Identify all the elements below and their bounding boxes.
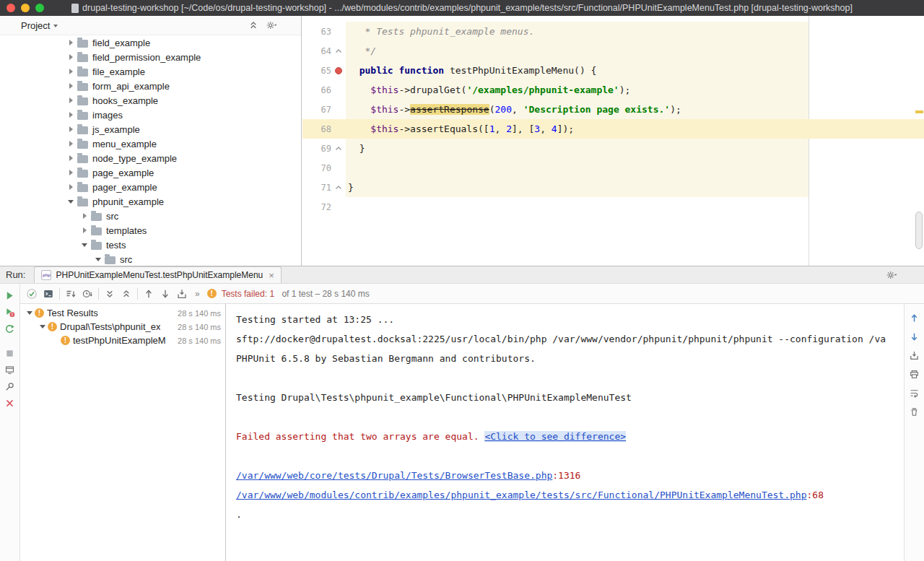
line-number: 68 [302, 124, 331, 134]
tree-item-field_example[interactable]: field_example [0, 35, 301, 50]
chevron-right-icon[interactable] [80, 212, 89, 220]
zoom-window-button[interactable] [35, 4, 44, 12]
console-output[interactable]: Testing started at 13:25 ...sftp://docke… [226, 304, 904, 561]
pin-tab-button[interactable] [1, 378, 19, 395]
test-node-label: testPhpUnitExampleM [73, 335, 166, 346]
print-button[interactable] [906, 365, 923, 383]
tree-item-templates[interactable]: templates [0, 223, 301, 238]
soft-wrap-button[interactable] [906, 383, 923, 402]
chevron-right-icon[interactable] [66, 53, 75, 61]
project-panel-title[interactable]: Project [21, 20, 50, 31]
close-tab-icon[interactable]: × [269, 271, 274, 280]
toggle-auto-test-button[interactable] [1, 321, 19, 337]
up-stack-trace-button[interactable] [906, 308, 923, 327]
export-test-results-button[interactable] [906, 346, 923, 365]
tree-item-form_api_example[interactable]: form_api_example [0, 79, 301, 93]
rerun-button[interactable] [1, 287, 19, 304]
console-link[interactable]: /var/www/web/modules/contrib/examples/ph… [236, 490, 807, 500]
editor-line-72[interactable]: 72 [302, 197, 924, 217]
show-console-inline-button[interactable] [43, 288, 54, 300]
close-button[interactable] [1, 395, 19, 412]
test-tree-row[interactable]: Test Results28 s 140 ms [21, 306, 225, 320]
line-number: 69 [302, 144, 331, 154]
collapse-all-button[interactable] [248, 19, 259, 31]
console-link[interactable]: <Click to see difference> [484, 431, 626, 442]
show-passed-button[interactable] [26, 288, 38, 300]
test-failed-gutter-icon[interactable] [335, 67, 342, 74]
chevron-right-icon[interactable] [66, 96, 75, 105]
minimize-window-button[interactable] [21, 4, 30, 12]
editor-line-71[interactable]: 71} [302, 178, 924, 197]
gutter-strip [331, 144, 345, 153]
code-editor[interactable]: 63 * Tests phpunit_example menus.64 */65… [302, 16, 924, 266]
settings-gear-button[interactable] [886, 269, 897, 281]
tree-item-pager_example[interactable]: pager_example [0, 180, 301, 194]
test-tree-row[interactable]: Drupal\Tests\phpunit_ex28 s 140 ms [21, 320, 225, 334]
hide-panel-button[interactable] [284, 19, 295, 31]
test-tree-row[interactable]: testPhpUnitExampleM28 s 140 ms [21, 334, 225, 347]
chevron-right-icon[interactable] [66, 125, 75, 134]
chevron-right-icon[interactable] [80, 226, 89, 235]
fold-marker-icon[interactable] [334, 144, 343, 153]
run-tab[interactable]: php PHPUnitExampleMenuTest.testPhpUnitEx… [34, 266, 281, 283]
chevron-down-icon[interactable] [66, 197, 75, 206]
collapse-all-button[interactable] [121, 288, 132, 300]
clear-all-button[interactable] [906, 402, 923, 421]
chevron-right-icon[interactable] [66, 139, 75, 148]
sort-by-duration-button[interactable] [82, 288, 93, 300]
console-text: sftp://docker@drupaltest.docksal:2225/us… [236, 334, 886, 344]
expand-all-button[interactable] [104, 288, 116, 300]
editor-line-69[interactable]: 69 } [302, 139, 924, 158]
chevron-down-icon[interactable] [94, 255, 103, 264]
stop-button[interactable] [1, 345, 19, 362]
tree-item-menu_example[interactable]: menu_example [0, 136, 301, 151]
tree-item-js_example[interactable]: js_example [0, 122, 301, 136]
overflow-chevron[interactable]: » [195, 289, 200, 299]
restore-layout-button[interactable] [1, 362, 19, 378]
editor-line-70[interactable]: 70 [302, 158, 924, 178]
hide-panel-button[interactable] [904, 269, 915, 281]
tree-item-hooks_example[interactable]: hooks_example [0, 93, 301, 108]
editor-scrollbar[interactable] [915, 212, 923, 249]
tree-item-tests[interactable]: tests [0, 238, 301, 252]
chevron-right-icon[interactable] [66, 38, 75, 47]
tree-item-phpunit_example[interactable]: phpunit_example [0, 194, 301, 209]
run-tab-label: PHPUnitExampleMenuTest.testPhpUnitExampl… [56, 270, 263, 280]
editor-line-64[interactable]: 64 */ [302, 41, 924, 61]
chevron-down-icon[interactable] [53, 25, 58, 27]
sort-alphabetically-button[interactable] [65, 288, 77, 300]
previous-failed-test-button[interactable] [143, 288, 154, 300]
next-failed-test-button[interactable] [160, 288, 171, 300]
chevron-down-icon[interactable] [38, 325, 48, 329]
rerun-failed-tests-button[interactable] [1, 304, 19, 321]
chevron-right-icon[interactable] [66, 82, 75, 90]
tree-item-images[interactable]: images [0, 108, 301, 122]
settings-gear-button[interactable] [266, 19, 277, 31]
chevron-right-icon[interactable] [66, 168, 75, 177]
editor-line-66[interactable]: 66 $this->drupalGet('/examples/phpunit-e… [302, 80, 924, 100]
editor-line-63[interactable]: 63 * Tests phpunit_example menus. [302, 22, 924, 41]
tree-item-field_permission_example[interactable]: field_permission_example [0, 50, 301, 64]
import-test-results-button[interactable] [176, 288, 188, 300]
chevron-right-icon[interactable] [66, 110, 75, 119]
chevron-right-icon[interactable] [66, 67, 75, 76]
editor-line-65[interactable]: 65 public function testPhpUnitExampleMen… [302, 61, 924, 80]
tree-item-src[interactable]: src [0, 209, 301, 223]
tree-item-file_example[interactable]: file_example [0, 64, 301, 79]
tree-item-page_example[interactable]: page_example [0, 165, 301, 180]
chevron-down-icon[interactable] [25, 311, 35, 315]
editor-line-68[interactable]: 68 $this->assertEquals([1, 2], [3, 4]); [302, 119, 924, 139]
tree-item-node_type_example[interactable]: node_type_example [0, 151, 301, 165]
console-line: Failed asserting that two arrays are equ… [236, 427, 904, 446]
fold-marker-icon[interactable] [334, 47, 343, 56]
chevron-right-icon[interactable] [66, 183, 75, 191]
down-stack-trace-button[interactable] [906, 327, 923, 346]
chevron-right-icon[interactable] [66, 154, 75, 162]
chevron-down-icon[interactable] [80, 240, 89, 249]
editor-line-67[interactable]: 67 $this->assertResponse(200, 'Descripti… [302, 100, 924, 119]
close-window-button[interactable] [6, 4, 15, 12]
tree-item-src[interactable]: src [0, 252, 301, 266]
line-number: 65 [302, 66, 331, 76]
console-link[interactable]: /var/www/web/core/tests/Drupal/Tests/Bro… [236, 470, 552, 481]
fold-marker-icon[interactable] [334, 183, 343, 192]
